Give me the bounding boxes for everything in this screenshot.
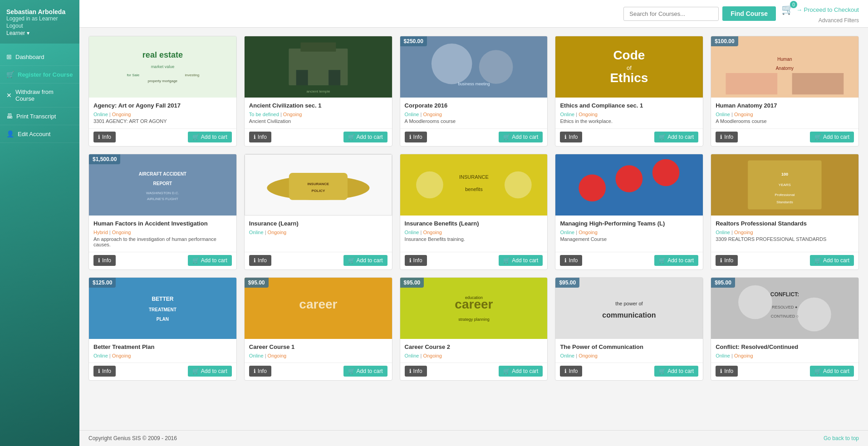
course-meta: Hybrid | Ongoing <box>93 230 232 235</box>
info-button[interactable]: ℹ Info <box>405 366 427 377</box>
add-to-cart-button[interactable]: 🛒 Add to cart <box>343 132 387 142</box>
advanced-filters-link[interactable]: Advanced Filters <box>819 17 859 24</box>
course-card-treatment: BETTER TREATMENT PLAN $125.00 Better Tre… <box>88 277 237 381</box>
course-card-body: Better Treatment Plan Online | Ongoing <box>89 339 236 363</box>
add-to-cart-label: Add to cart <box>512 257 538 264</box>
course-image: career $95.00 <box>245 278 392 339</box>
cart-wrapper[interactable]: 🛒 0 <box>781 4 794 15</box>
main-content: Find Course 🛒 0 → Proceed to Checkout Ad… <box>79 0 868 446</box>
course-description: An approach to the investigation of huma… <box>93 236 232 247</box>
price-badge: $100.00 <box>711 36 738 46</box>
price-badge: $95.00 <box>555 278 579 288</box>
info-icon: ℹ <box>254 257 256 264</box>
svg-text:communication: communication <box>603 311 656 319</box>
sidebar-item-register[interactable]: 🛒 Register for Course <box>0 66 79 83</box>
svg-text:PLAN: PLAN <box>157 316 169 321</box>
info-button[interactable]: ℹ Info <box>405 132 427 142</box>
svg-rect-24 <box>726 73 778 94</box>
course-schedule: Ongoing <box>112 353 131 358</box>
checkout-link[interactable]: → Proceed to Checkout <box>796 6 859 13</box>
course-schedule: Ongoing <box>112 112 131 117</box>
info-button[interactable]: ℹ Info <box>405 255 427 266</box>
course-meta: Online | Ongoing <box>716 112 854 117</box>
cart-icon: 🛒 <box>659 368 666 374</box>
logout-link[interactable]: Logout <box>6 23 73 29</box>
info-label: Info <box>102 257 111 264</box>
add-to-cart-button[interactable]: 🛒 Add to cart <box>810 132 854 142</box>
info-button[interactable]: ℹ Info <box>716 132 738 142</box>
info-button[interactable]: ℹ Info <box>560 255 582 266</box>
info-button[interactable]: ℹ Info <box>716 255 738 266</box>
svg-point-43 <box>616 165 643 192</box>
add-to-cart-label: Add to cart <box>201 257 227 264</box>
course-title: Ancient Civilization sec. 1 <box>249 102 387 110</box>
add-to-cart-button[interactable]: 🛒 Add to cart <box>654 132 698 142</box>
svg-text:strategy planning: strategy planning <box>458 317 490 321</box>
search-input[interactable] <box>623 7 719 21</box>
course-card-footer: ℹ Info 🛒 Add to cart <box>711 252 858 270</box>
course-image: the power of communication $95.00 <box>555 278 703 339</box>
info-button[interactable]: ℹ Info <box>249 366 271 377</box>
svg-text:business meeting: business meeting <box>458 82 490 86</box>
svg-text:100: 100 <box>781 172 788 176</box>
course-schedule: Ongoing <box>423 112 442 117</box>
svg-text:Human: Human <box>777 57 792 62</box>
info-button[interactable]: ℹ Info <box>93 366 116 377</box>
back-to-top-link[interactable]: Go back to top <box>824 435 859 441</box>
add-to-cart-button[interactable]: 🛒 Add to cart <box>654 366 698 377</box>
info-button[interactable]: ℹ Info <box>93 255 116 266</box>
course-title: Agency: Art or Agony Fall 2017 <box>93 102 232 110</box>
course-card-body: Ethics and Compliance sec. 1 Online | On… <box>555 98 703 128</box>
add-to-cart-button[interactable]: 🛒 Add to cart <box>499 255 543 266</box>
sidebar-item-edit-account[interactable]: 👤 Edit Account <box>0 125 79 143</box>
advanced-filters[interactable]: Advanced Filters <box>819 16 859 24</box>
course-description: Insurance Benefits training. <box>405 236 543 247</box>
svg-text:YEARS: YEARS <box>779 183 791 187</box>
add-to-cart-button[interactable]: 🛒 Add to cart <box>343 366 387 377</box>
add-to-cart-button[interactable]: 🛒 Add to cart <box>810 255 854 266</box>
add-to-cart-button[interactable]: 🛒 Add to cart <box>188 366 232 377</box>
course-image: real estate market value for Sale invest… <box>89 36 236 98</box>
add-to-cart-label: Add to cart <box>512 368 538 374</box>
info-button[interactable]: ℹ Info <box>560 366 582 377</box>
course-card-footer: ℹ Info 🛒 Add to cart <box>555 363 703 380</box>
course-card-accident: AIRCRAFT ACCIDENT REPORT WASHINGTON D.C.… <box>88 154 237 270</box>
svg-rect-25 <box>792 73 844 94</box>
add-to-cart-button[interactable]: 🛒 Add to cart <box>499 132 543 142</box>
info-button[interactable]: ℹ Info <box>249 255 271 266</box>
add-to-cart-button[interactable]: 🛒 Add to cart <box>499 366 543 377</box>
cart-icon: 🛒 <box>503 257 510 264</box>
info-button[interactable]: ℹ Info <box>93 132 116 142</box>
add-to-cart-button[interactable]: 🛒 Add to cart <box>654 255 698 266</box>
add-to-cart-button[interactable]: 🛒 Add to cart <box>810 366 854 377</box>
info-icon: ℹ <box>564 368 567 374</box>
course-image: ancient temple <box>245 36 392 98</box>
sidebar-item-withdraw[interactable]: ✕ Withdraw from Course <box>0 83 79 108</box>
svg-text:ancient temple: ancient temple <box>306 89 330 93</box>
svg-text:real estate: real estate <box>142 50 183 59</box>
info-label: Info <box>413 257 422 264</box>
course-schedule: Ongoing <box>268 353 287 358</box>
sidebar-item-dashboard[interactable]: ⊞ Dashboard <box>0 48 79 66</box>
find-course-button[interactable]: Find Course <box>722 6 776 21</box>
course-card-managing: Managing High-Performing Teams (L) Onlin… <box>555 154 703 270</box>
info-button[interactable]: ℹ Info <box>249 132 271 142</box>
svg-point-42 <box>579 174 606 201</box>
add-to-cart-button[interactable]: 🛒 Add to cart <box>188 255 232 266</box>
info-button[interactable]: ℹ Info <box>716 366 738 377</box>
sidebar-item-print[interactable]: 🖶 Print Transcript <box>0 108 79 125</box>
info-label: Info <box>724 134 733 140</box>
add-to-cart-button[interactable]: 🛒 Add to cart <box>343 255 387 266</box>
course-card-body: Insurance (Learn) Online | Ongoing <box>245 216 392 252</box>
cart-icon: 🛒 <box>814 134 821 140</box>
learner-dropdown[interactable]: Learner ▾ <box>6 30 29 36</box>
course-card-body: Realtors Professional Standards Online |… <box>711 216 858 252</box>
sidebar: Sebastian Arboleda Logged in as Learner … <box>0 0 79 446</box>
course-title: Managing High-Performing Teams (L) <box>560 220 698 228</box>
course-image: Human Anatomy $100.00 <box>711 36 858 98</box>
info-button[interactable]: ℹ Info <box>560 132 582 142</box>
add-to-cart-button[interactable]: 🛒 Add to cart <box>188 132 232 142</box>
svg-point-44 <box>652 159 680 186</box>
course-card-ancient-civ: ancient temple Ancient Civilization sec.… <box>244 36 392 147</box>
info-icon: ℹ <box>564 134 567 140</box>
